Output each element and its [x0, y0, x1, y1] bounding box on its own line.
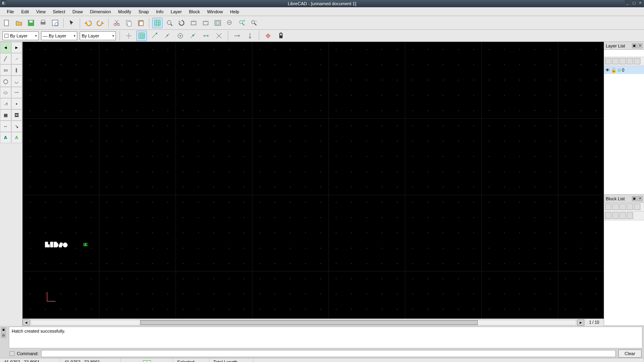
pointer-icon[interactable] [66, 18, 77, 28]
zoom-selection-icon[interactable] [249, 18, 259, 28]
command-input[interactable] [41, 350, 616, 357]
zoom-in-icon[interactable] [188, 18, 199, 28]
block-edit-icon[interactable] [634, 204, 640, 210]
tool-arc-icon[interactable]: ◡ [11, 76, 23, 87]
snap-grid-icon[interactable] [136, 31, 147, 41]
color-dropdown[interactable]: By Layer [2, 31, 39, 40]
snap-middle-icon[interactable] [188, 31, 198, 41]
copy-icon[interactable] [124, 18, 134, 28]
tool-line2pt-icon[interactable]: ⟋ [11, 53, 23, 64]
panel-float-icon[interactable]: ▣ [632, 196, 637, 201]
tool-polyline-icon[interactable]: ⩘ [0, 98, 11, 109]
menu-help[interactable]: Help [227, 8, 243, 15]
menu-layer[interactable]: Layer [167, 8, 186, 15]
menu-edit[interactable]: Edit [18, 8, 33, 15]
layer-hideall-icon[interactable] [612, 58, 619, 64]
snap-center-icon[interactable] [175, 31, 186, 41]
minimize-icon[interactable]: _ [625, 0, 630, 6]
menu-block[interactable]: Block [186, 8, 204, 15]
tool-image-icon[interactable]: 🖼 [11, 109, 23, 121]
eye-icon[interactable]: 👁 [605, 68, 610, 72]
snap-endpoint-icon[interactable] [149, 31, 160, 41]
panel-close-icon[interactable]: ✕ [638, 43, 642, 48]
open-icon[interactable] [14, 18, 24, 28]
block-showall-icon[interactable] [605, 204, 611, 210]
tool-hatch-icon[interactable]: ▦ [0, 109, 11, 121]
tool-text-icon[interactable]: A [0, 132, 11, 143]
menu-snap[interactable]: Snap [135, 8, 153, 15]
snap-intersection-icon[interactable] [214, 31, 224, 41]
undo-icon[interactable] [83, 18, 93, 28]
linetype-dropdown[interactable]: By Layer [80, 31, 116, 40]
menu-dimension[interactable]: Dimension [87, 8, 115, 15]
tool-mtext-icon[interactable]: A [11, 132, 23, 143]
tool-leader-icon[interactable]: ↘ [11, 121, 23, 132]
print-layer-icon[interactable]: ⎙ [618, 68, 621, 72]
tool-spline-icon[interactable]: 〰 [11, 87, 23, 98]
cmd-toggle3-icon[interactable] [10, 351, 14, 356]
zoom-previous-icon[interactable] [225, 18, 235, 28]
block-remove-icon[interactable] [627, 204, 633, 210]
lock-icon[interactable]: 🔓 [611, 68, 617, 73]
block-save-icon[interactable] [619, 212, 626, 219]
block-rename-icon[interactable] [627, 212, 633, 219]
print-icon[interactable] [38, 18, 48, 28]
layer-remove-icon[interactable] [627, 58, 633, 64]
layer-filter-input[interactable] [604, 50, 644, 57]
layer-showall-icon[interactable] [605, 58, 611, 64]
panel-float-icon[interactable]: ▣ [632, 43, 637, 48]
menu-draw[interactable]: Draw [69, 8, 87, 15]
snap-distance-icon[interactable] [201, 31, 211, 41]
scroll-right-icon[interactable]: ► [577, 319, 584, 326]
scroll-left-icon[interactable]: ◄ [23, 319, 30, 326]
layer-row-0[interactable]: 👁 🔓 ⎙ 0 [604, 66, 644, 74]
tool-point-icon[interactable]: • [11, 98, 23, 109]
menu-modify[interactable]: Modify [115, 8, 135, 15]
redo-icon[interactable] [95, 18, 105, 28]
restrict-horizontal-icon[interactable] [232, 31, 242, 41]
tool-forward-icon[interactable]: ► [11, 42, 23, 53]
block-hideall-icon[interactable] [612, 204, 619, 210]
cmd-toggle1-icon[interactable]: ▣ [1, 327, 6, 332]
paste-icon[interactable] [136, 18, 146, 28]
layer-add-icon[interactable] [619, 58, 626, 64]
lock-relative-zero-icon[interactable] [276, 31, 286, 41]
cut-icon[interactable] [111, 18, 122, 28]
grid-toggle-icon[interactable] [152, 18, 163, 28]
zoom-window-icon[interactable] [164, 18, 175, 28]
scroll-thumb[interactable] [140, 320, 478, 325]
menu-info[interactable]: Info [153, 8, 167, 15]
block-insert-icon[interactable] [605, 212, 611, 219]
clear-button[interactable]: Clear [618, 350, 642, 358]
save-icon[interactable] [26, 18, 36, 28]
zoom-redraw-icon[interactable] [176, 18, 187, 28]
menu-file[interactable]: File [3, 8, 18, 15]
zoom-out-icon[interactable] [200, 18, 211, 28]
tool-dimension-icon[interactable]: ↔ [0, 121, 11, 132]
panel-close-icon[interactable]: ✕ [638, 196, 642, 201]
snap-free-icon[interactable] [124, 31, 134, 41]
snap-onentity-icon[interactable] [162, 31, 173, 41]
restrict-vertical-icon[interactable] [245, 31, 255, 41]
tool-circle-icon[interactable]: ◯ [0, 76, 11, 87]
block-add-icon[interactable] [619, 204, 626, 210]
zoom-auto-icon[interactable] [213, 18, 223, 28]
tool-rectangle-icon[interactable]: ▭ [0, 64, 11, 76]
close-icon[interactable]: ✕ [638, 0, 643, 6]
maximize-icon[interactable]: ▢ [631, 0, 637, 6]
linewidth-dropdown[interactable]: — By Layer [41, 31, 77, 40]
cmd-toggle2-icon[interactable]: ▤ [1, 333, 6, 338]
tool-parallel-icon[interactable]: ∥ [11, 64, 23, 76]
window-menu-icon[interactable]: ◧ [1, 0, 6, 6]
tool-line-icon[interactable]: ╱ [0, 53, 11, 64]
horizontal-scrollbar[interactable]: ◄ ► 1 / 10 [23, 319, 604, 326]
drawing-canvas[interactable]: LibreCAD [23, 42, 604, 319]
print-preview-icon[interactable] [50, 18, 60, 28]
menu-view[interactable]: View [33, 8, 50, 15]
tool-back-icon[interactable]: ◄ [0, 42, 11, 53]
zoom-pan-icon[interactable]: + [237, 18, 247, 28]
block-create-icon[interactable] [612, 212, 619, 219]
layer-edit-icon[interactable] [634, 58, 640, 64]
tool-ellipse-icon[interactable]: ⬭ [0, 87, 11, 98]
menu-window[interactable]: Window [203, 8, 226, 15]
